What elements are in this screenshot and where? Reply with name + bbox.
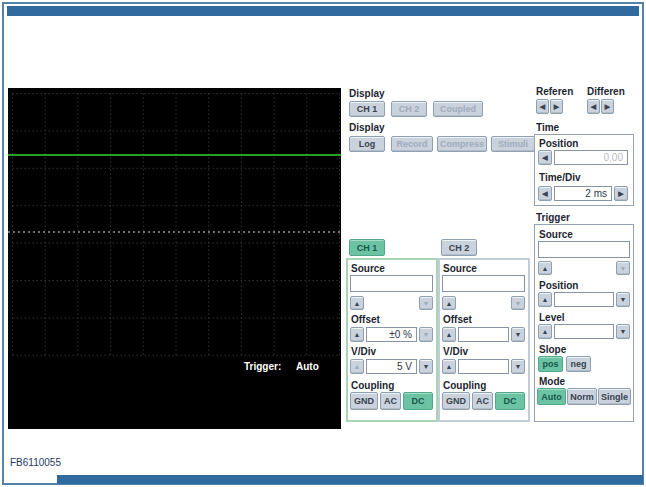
- top-accent-bar: [7, 6, 639, 16]
- ch2-tab[interactable]: CH 2: [441, 239, 477, 256]
- ch1-offset-label: Offset: [351, 314, 380, 325]
- triangle-up-icon: ▲: [446, 363, 453, 370]
- ch2-source-up-button[interactable]: ▲: [442, 296, 456, 310]
- timediv-label: Time/Div: [539, 172, 581, 183]
- display-ch2-button[interactable]: CH 2: [391, 101, 427, 117]
- timediv-increase-button[interactable]: ▶: [614, 186, 628, 201]
- figure-code-label: FB6110055: [10, 457, 61, 468]
- mode-norm-button[interactable]: Norm: [567, 388, 597, 405]
- mode-single-button[interactable]: Single: [598, 388, 631, 405]
- display-compress-button[interactable]: Compress: [437, 136, 487, 152]
- trigger-status-value: Auto: [296, 361, 319, 372]
- ch1-offset-field[interactable]: ±0 %: [366, 327, 417, 342]
- trigger-slope-label: Slope: [539, 344, 566, 355]
- timediv-field[interactable]: 2 ms: [554, 186, 612, 201]
- ch1-coupling-dc-button[interactable]: DC: [403, 392, 433, 410]
- ch2-coupling-gnd-button[interactable]: GND: [442, 392, 470, 410]
- oscilloscope-app: Trigger: Auto Display CH 1 CH 2 Coupled …: [0, 0, 646, 487]
- triangle-right-icon: ▶: [618, 190, 623, 197]
- scope-canvas: Trigger: Auto: [8, 88, 341, 429]
- trigger-level-label: Level: [539, 312, 565, 323]
- display-mode-title: Display: [349, 122, 385, 133]
- triangle-down-icon: ▼: [515, 363, 522, 370]
- ch1-offset-down-button[interactable]: ▼: [419, 327, 433, 342]
- triangle-up-icon: ▲: [446, 331, 453, 338]
- difference-title: Differen: [587, 86, 625, 97]
- ch2-source-field[interactable]: [442, 275, 525, 292]
- triangle-down-icon: ▼: [515, 300, 522, 307]
- oscilloscope-display: Trigger: Auto: [8, 88, 341, 429]
- trigger-source-dropdown-button[interactable]: ▼: [616, 261, 630, 275]
- slope-neg-button[interactable]: neg: [566, 356, 591, 372]
- ch1-source-up-button[interactable]: ▲: [350, 296, 364, 310]
- ch2-source-label: Source: [443, 263, 477, 274]
- triangle-up-icon: ▲: [354, 331, 361, 338]
- ch1-vdiv-field[interactable]: 5 V: [366, 359, 417, 374]
- ch1-tab[interactable]: CH 1: [349, 239, 385, 256]
- display-stimuli-button[interactable]: Stimuli: [491, 136, 535, 152]
- timediv-decrease-button[interactable]: ◀: [538, 186, 552, 201]
- triangle-down-icon: ▼: [423, 331, 430, 338]
- trigger-source-field[interactable]: [538, 241, 630, 258]
- ch1-coupling-gnd-button[interactable]: GND: [350, 392, 378, 410]
- ch1-vdiv-up-button[interactable]: ▲: [350, 359, 364, 374]
- ch2-vdiv-field[interactable]: [458, 359, 509, 374]
- trigger-position-field[interactable]: [554, 292, 614, 307]
- trigger-level-up-button[interactable]: ▲: [538, 324, 552, 339]
- triangle-left-icon: ◀: [591, 103, 596, 110]
- trigger-position-down-button[interactable]: ▼: [616, 292, 630, 307]
- reference-prev-button[interactable]: ◀: [536, 99, 549, 114]
- triangle-down-icon: ▼: [515, 331, 522, 338]
- triangle-down-icon: ▼: [423, 363, 430, 370]
- triangle-left-icon: ◀: [542, 190, 547, 197]
- display-channel-title: Display: [349, 88, 385, 99]
- ch2-source-dropdown-button[interactable]: ▼: [511, 296, 525, 310]
- scope-grid: [13, 94, 340, 356]
- reference-next-button[interactable]: ▶: [550, 99, 563, 114]
- time-position-decrease-button[interactable]: ◀: [538, 150, 552, 165]
- triangle-up-icon: ▲: [354, 363, 361, 370]
- ch2-coupling-label: Coupling: [443, 380, 486, 391]
- ch2-offset-up-button[interactable]: ▲: [442, 327, 456, 342]
- difference-next-button[interactable]: ▶: [601, 99, 614, 114]
- ch1-offset-up-button[interactable]: ▲: [350, 327, 364, 342]
- triangle-down-icon: ▼: [423, 300, 430, 307]
- triangle-up-icon: ▲: [446, 300, 453, 307]
- ch1-source-dropdown-button[interactable]: ▼: [419, 296, 433, 310]
- ch2-offset-field[interactable]: [458, 327, 509, 342]
- trigger-source-label: Source: [539, 229, 573, 240]
- triangle-up-icon: ▲: [542, 328, 549, 335]
- mode-auto-button[interactable]: Auto: [537, 388, 566, 405]
- ch1-coupling-ac-button[interactable]: AC: [380, 392, 401, 410]
- ch1-source-field[interactable]: [350, 275, 433, 292]
- bottom-accent-bar: [57, 475, 643, 484]
- triangle-left-icon: ◀: [540, 103, 545, 110]
- ch2-coupling-ac-button[interactable]: AC: [472, 392, 493, 410]
- time-title: Time: [536, 122, 559, 133]
- ch2-vdiv-up-button[interactable]: ▲: [442, 359, 456, 374]
- triangle-left-icon: ◀: [542, 154, 547, 161]
- display-record-button[interactable]: Record: [391, 136, 433, 152]
- ch1-coupling-label: Coupling: [351, 380, 394, 391]
- trigger-source-up-button[interactable]: ▲: [538, 261, 552, 275]
- triangle-up-icon: ▲: [542, 296, 549, 303]
- triangle-up-icon: ▲: [354, 300, 361, 307]
- time-position-label: Position: [539, 138, 578, 149]
- triangle-right-icon: ▶: [554, 103, 559, 110]
- display-coupled-button[interactable]: Coupled: [433, 101, 483, 117]
- trigger-level-down-button[interactable]: ▼: [616, 324, 630, 339]
- ch2-offset-down-button[interactable]: ▼: [511, 327, 525, 342]
- ch2-vdiv-label: V/Div: [443, 346, 468, 357]
- display-log-button[interactable]: Log: [349, 136, 385, 152]
- trigger-level-field[interactable]: [554, 324, 614, 339]
- trigger-title: Trigger: [536, 212, 570, 223]
- display-ch1-button[interactable]: CH 1: [349, 101, 385, 117]
- ch2-vdiv-down-button[interactable]: ▼: [511, 359, 525, 374]
- difference-prev-button[interactable]: ◀: [587, 99, 600, 114]
- trigger-mode-label: Mode: [539, 376, 565, 387]
- ch1-vdiv-down-button[interactable]: ▼: [419, 359, 433, 374]
- trigger-position-up-button[interactable]: ▲: [538, 292, 552, 307]
- trigger-position-label: Position: [539, 280, 578, 291]
- ch2-coupling-dc-button[interactable]: DC: [495, 392, 525, 410]
- slope-pos-button[interactable]: pos: [538, 356, 563, 372]
